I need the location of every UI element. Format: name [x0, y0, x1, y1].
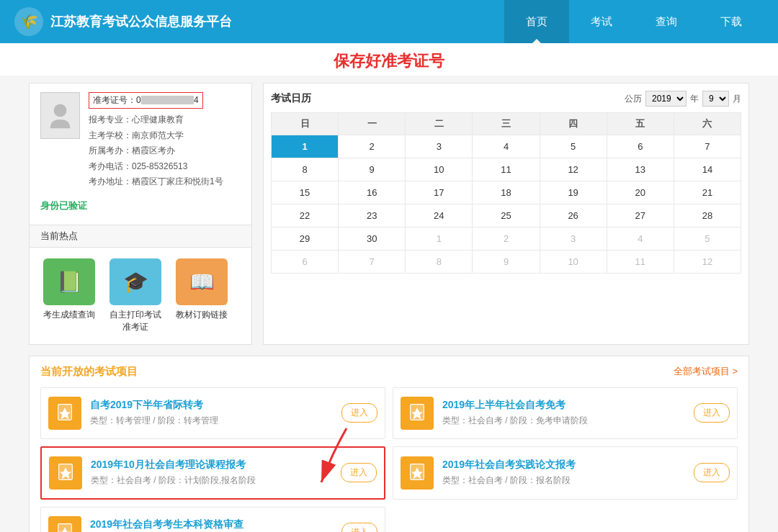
calendar-day-5-6[interactable]: 12: [674, 251, 741, 274]
exam-enter-btn-1[interactable]: 进入: [694, 403, 730, 423]
nav-item-exam[interactable]: 考试: [569, 0, 634, 43]
admission-masked: XXXXXXXXXX: [141, 96, 194, 104]
exam-enter-btn-0[interactable]: 进入: [341, 403, 377, 423]
calendar-day-0-1[interactable]: 2: [339, 135, 406, 158]
admission-label: 准考证号：0: [93, 95, 141, 105]
calendar-day-5-2[interactable]: 8: [406, 251, 473, 274]
calendar-day-4-6[interactable]: 5: [674, 227, 741, 251]
exam-meta-3: 类型：社会自考 / 阶段：报名阶段: [442, 474, 694, 487]
calendar-era-label: 公历: [625, 93, 642, 105]
calendar-day-3-1[interactable]: 23: [339, 204, 406, 227]
calendar-day-2-2[interactable]: 17: [406, 181, 473, 204]
calendar-day-0-6[interactable]: 7: [674, 135, 741, 158]
logo-text: 江苏教育考试公众信息服务平台: [50, 13, 232, 30]
main-content: 准考证号：0XXXXXXXXXX4 报考专业：心理健康教育 主考学校：南京师范大…: [14, 76, 764, 532]
calendar-day-0-0[interactable]: 1: [272, 135, 339, 158]
calendar-year-select[interactable]: 2019: [645, 91, 687, 107]
calendar-day-1-3[interactable]: 11: [473, 158, 540, 181]
admission-suffix: 4: [194, 95, 199, 105]
nav-item-download[interactable]: 下载: [699, 0, 764, 43]
calendar-day-5-5[interactable]: 11: [607, 251, 674, 274]
svg-point-0: [54, 104, 67, 117]
calendar-day-1-5[interactable]: 13: [607, 158, 674, 181]
calendar-day-2-5[interactable]: 20: [607, 181, 674, 204]
calendar-year-unit: 年: [690, 93, 699, 105]
calendar-day-3-2[interactable]: 24: [406, 204, 473, 227]
calendar-day-4-5[interactable]: 4: [607, 227, 674, 251]
calendar-month-select[interactable]: 9: [702, 91, 729, 107]
exam-item-2: 2019年10月社会自考理论课程报考 类型：社会自考 / 阶段：计划阶段,报名阶…: [40, 446, 385, 500]
calendar-day-2-1[interactable]: 16: [339, 181, 406, 204]
calendar-day-3-5[interactable]: 27: [607, 204, 674, 227]
exam-name-4: 2019年社会自考考生本科资格审查: [90, 518, 341, 531]
exam-enter-btn-4[interactable]: 进入: [341, 523, 377, 532]
hotspot-icon-materials: 📖: [176, 258, 228, 305]
calendar-day-3-0[interactable]: 22: [272, 204, 339, 227]
calendar-day-4-2[interactable]: 1: [406, 227, 473, 251]
calendar-nav: 公历 2019 年 9 月: [625, 91, 741, 107]
exam-enter-btn-3[interactable]: 进入: [694, 463, 730, 482]
user-detail-major: 报考专业：心理健康教育: [89, 112, 241, 128]
user-detail-address: 考办地址：栖霞区丁家庄和悦街1号: [89, 174, 241, 190]
calendar-day-4-3[interactable]: 2: [473, 227, 540, 251]
calendar-day-0-4[interactable]: 5: [540, 135, 607, 158]
hotspot-label-materials: 教材订购链接: [176, 309, 228, 321]
nav-item-home[interactable]: 首页: [504, 0, 569, 43]
calendar-day-5-4[interactable]: 10: [540, 251, 607, 274]
calendar-day-4-1[interactable]: 30: [339, 227, 406, 251]
calendar-day-1-0[interactable]: 8: [272, 158, 339, 181]
weekday-tue: 二: [406, 113, 473, 135]
nav-item-query[interactable]: 查询: [634, 0, 699, 43]
calendar-day-1-1[interactable]: 9: [339, 158, 406, 181]
user-detail-office: 所属考办：栖霞区考办: [89, 143, 241, 159]
calendar-day-2-0[interactable]: 15: [272, 181, 339, 204]
calendar-day-4-0[interactable]: 29: [272, 227, 339, 251]
hotspot-item-print[interactable]: 🎓 自主打印考试准考证: [107, 258, 164, 333]
calendar-day-2-3[interactable]: 18: [473, 181, 540, 204]
announcement-text: 保存好准考证号: [334, 52, 444, 70]
hotspot-item-grades[interactable]: 📗 考生成绩查询: [40, 258, 98, 333]
calendar-day-2-6[interactable]: 21: [674, 181, 741, 204]
weekday-thu: 四: [540, 113, 607, 135]
calendar-week-row-3: 22232425262728: [272, 204, 741, 227]
exam-icon-2: [49, 456, 82, 490]
exam-icon-1: [401, 397, 434, 430]
calendar-day-5-3[interactable]: 9: [473, 251, 540, 274]
logo-icon: 🌾: [14, 7, 43, 36]
hotspot-title: 当前热点: [30, 225, 251, 248]
calendar-day-5-1[interactable]: 7: [339, 251, 406, 274]
exam-item-4: 2019年社会自考考生本科资格审查 类型：社会自考 / 阶段：资审阶段 进入: [40, 507, 385, 532]
calendar-day-0-5[interactable]: 6: [607, 135, 674, 158]
calendar-day-1-6[interactable]: 14: [674, 158, 741, 181]
exam-name-1: 2019年上半年社会自考免考: [442, 399, 694, 412]
exams-section: 当前开放的考试项目 全部考试项目 > 自考2019下半年省际转考: [29, 356, 749, 532]
calendar-month-unit: 月: [733, 93, 741, 105]
calendar-weekdays-row: 日 一 二 三 四 五 六: [272, 113, 741, 135]
hotspot-section: 当前热点 📗 考生成绩查询 🎓 自主打印考试准考证 📖 教材订购链接: [30, 225, 251, 344]
exam-info-0: 自考2019下半年省际转考 类型：转考管理 / 阶段：转考管理: [90, 399, 341, 427]
calendar-day-1-4[interactable]: 12: [540, 158, 607, 181]
calendar-day-2-4[interactable]: 19: [540, 181, 607, 204]
exam-meta-1: 类型：社会自考 / 阶段：免考申请阶段: [442, 415, 694, 427]
calendar-header: 考试日历 公历 2019 年 9 月: [271, 91, 741, 107]
exam-name-3: 2019年社会自考实践论文报考: [442, 459, 694, 472]
calendar-day-5-0[interactable]: 6: [272, 251, 339, 274]
exams-all-link[interactable]: 全部考试项目 >: [674, 365, 738, 378]
calendar-day-3-6[interactable]: 28: [674, 204, 741, 227]
hotspot-item-materials[interactable]: 📖 教材订购链接: [173, 258, 231, 333]
calendar-day-4-4[interactable]: 3: [540, 227, 607, 251]
user-info-row: 准考证号：0XXXXXXXXXX4 报考专业：心理健康教育 主考学校：南京师范大…: [40, 92, 241, 190]
weekday-fri: 五: [607, 113, 674, 135]
verified-badge: 身份已验证: [40, 196, 241, 216]
exam-item-1: 2019年上半年社会自考免考 类型：社会自考 / 阶段：免考申请阶段 进入: [393, 387, 738, 439]
exam-icon-0: [48, 397, 81, 430]
exams-header: 当前开放的考试项目 全部考试项目 >: [40, 365, 738, 379]
calendar-day-3-3[interactable]: 25: [473, 204, 540, 227]
calendar-week-row-4: 293012345: [272, 227, 741, 251]
calendar-day-1-2[interactable]: 10: [406, 158, 473, 181]
calendar-day-0-2[interactable]: 3: [406, 135, 473, 158]
calendar-day-0-3[interactable]: 4: [473, 135, 540, 158]
exam-meta-2: 类型：社会自考 / 阶段：计划阶段,报名阶段: [91, 474, 341, 487]
calendar-day-3-4[interactable]: 26: [540, 204, 607, 227]
exam-enter-btn-2[interactable]: 进入: [341, 463, 377, 482]
